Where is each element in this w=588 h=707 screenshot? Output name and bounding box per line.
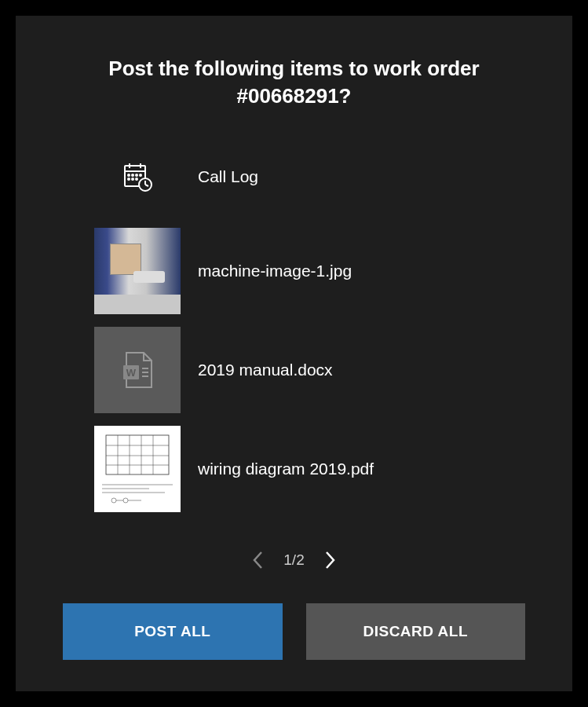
svg-point-5 — [132, 174, 133, 176]
next-page-button[interactable] — [319, 548, 342, 572]
svg-text:W: W — [126, 367, 137, 379]
svg-point-6 — [136, 174, 137, 176]
calendar-clock-icon — [94, 157, 181, 196]
list-item[interactable]: machine-image-1.jpg — [94, 228, 525, 314]
list-item[interactable]: Call Log — [94, 157, 525, 196]
discard-all-button[interactable]: DISCARD ALL — [306, 603, 526, 660]
svg-point-8 — [128, 178, 130, 180]
pagination: 1/2 — [63, 548, 525, 572]
dialog-title: Post the following items to work order #… — [63, 55, 525, 110]
image-thumbnail — [94, 228, 181, 314]
svg-point-9 — [132, 178, 133, 180]
item-label: wiring diagram 2019.pdf — [198, 460, 374, 478]
svg-point-4 — [128, 174, 130, 176]
dialog-title-line2: #00668291? — [236, 84, 351, 108]
dialog-actions: POST ALL DISCARD ALL — [63, 603, 525, 660]
item-label: machine-image-1.jpg — [198, 262, 352, 280]
docx-thumbnail: W — [94, 327, 181, 413]
svg-point-10 — [136, 178, 137, 180]
page-indicator: 1/2 — [283, 551, 304, 569]
item-label: 2019 manual.docx — [198, 361, 333, 379]
previous-page-button[interactable] — [246, 548, 269, 572]
item-label: Call Log — [198, 167, 258, 186]
items-list: Call Log machine-image-1.jpg — [63, 157, 525, 533]
svg-rect-19 — [94, 426, 181, 512]
dialog-title-line1: Post the following items to work order — [108, 57, 479, 80]
chevron-right-icon — [325, 551, 336, 570]
post-all-button[interactable]: POST ALL — [63, 603, 283, 660]
word-document-icon: W — [122, 351, 153, 389]
chevron-left-icon — [252, 551, 263, 570]
svg-point-7 — [140, 174, 141, 176]
post-items-dialog: Post the following items to work order #… — [16, 16, 572, 691]
list-item[interactable]: W 2019 manual.docx — [94, 327, 525, 413]
pdf-thumbnail — [94, 426, 181, 512]
list-item[interactable]: wiring diagram 2019.pdf — [94, 426, 525, 512]
